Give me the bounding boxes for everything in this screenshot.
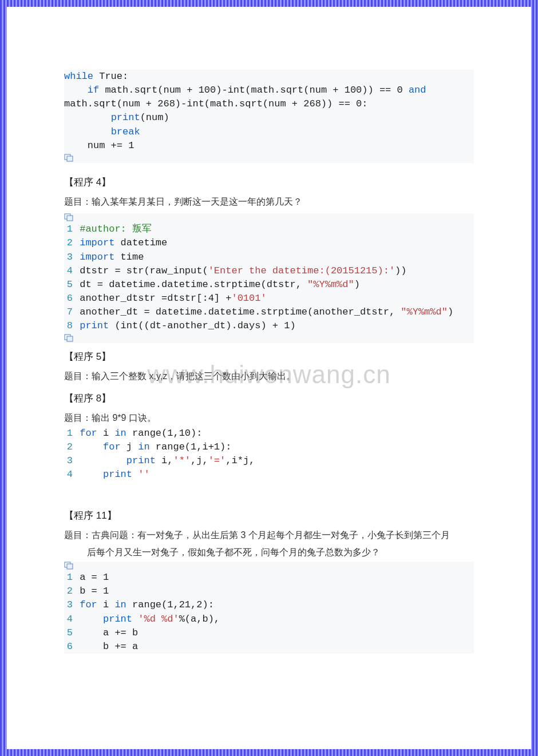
string-literal: 'Enter the datetime:(20151215):' [208,265,395,276]
code-line: 6 another_dtstr =dtstr[:4] +'0101' [64,292,474,305]
keyword: in [138,441,149,452]
code-line: print(num) [64,111,474,125]
problem-description-11a: 题目：古典问题：有一对兔子，从出生后第 3 个月起每个月都生一对兔子，小兔子长到… [64,528,474,543]
code-text: a += b [80,627,138,638]
code-text: )) [395,265,406,276]
code-text: %(a,b), [179,614,220,624]
code-block-1: while True: if math.sqrt(num + 100)-int(… [64,70,474,163]
string-literal: '*' [173,455,191,466]
copy-icon[interactable] [64,154,74,163]
line-number: 1 [64,427,73,440]
code-line: break [64,125,474,139]
code-line: 3 print i,'*',j,'=',i*j, [64,454,474,468]
keyword: print [111,112,140,123]
code-text: ) [354,279,360,290]
string-literal: '%d %d' [138,614,179,624]
code-text: datetime [114,237,167,248]
code-line: 1 a = 1 [64,571,474,584]
string-literal: '=' [208,455,226,466]
code-text [80,469,103,480]
keyword: while [64,71,93,82]
line-number: 6 [64,640,73,654]
code-text: another_dt = datetime.datetime.strptime(… [80,307,401,317]
problem-description-8: 题目：输出 9*9 口诀。 [64,411,474,425]
code-text: i, [156,455,173,466]
code-line: 7 another_dt = datetime.datetime.strptim… [64,305,474,319]
line-number: 7 [64,305,73,319]
keyword: in [114,599,126,610]
code-text: time [114,252,144,262]
keyword: for [80,599,97,610]
code-line: 2 b = 1 [64,584,474,598]
line-number: 2 [64,584,73,598]
line-number: 3 [64,454,73,468]
keyword: for [80,428,97,439]
code-text: range(1,i+1): [150,441,232,452]
copy-icon[interactable] [64,562,74,571]
keyword: and [409,85,426,96]
code-text [132,469,138,480]
code-text [132,614,138,624]
keyword: break [111,126,140,137]
code-line: 6 b += a [64,640,474,654]
code-line: 2 import datetime [64,236,474,250]
keyword: import [80,252,114,262]
string-literal: '' [138,469,149,480]
keyword: if [88,85,99,96]
string-literal: "%Y%m%d" [307,279,354,290]
code-text: range(1,21,2): [126,599,214,610]
code-text: (num) [140,112,169,123]
section-heading-8: 【程序 8】 [64,392,474,405]
svg-rect-7 [67,564,73,569]
keyword: print [80,320,109,331]
code-text: math.sqrt(num + 100)-int(math.sqrt(num +… [99,85,409,96]
code-line: 1 #author: 叛军 [64,222,474,236]
code-text: a = 1 [80,572,109,583]
code-line: if math.sqrt(num + 100)-int(math.sqrt(nu… [64,83,474,97]
code-text [80,441,103,452]
code-text: another_dtstr =dtstr[:4] + [80,293,231,304]
line-number: 4 [64,612,73,626]
keyword: print [103,614,132,624]
code-text: ) [448,307,453,317]
code-text [64,85,88,96]
code-text: i [97,599,115,610]
copy-icon[interactable] [64,213,74,222]
code-line: 1 for i in range(1,10): [64,427,474,440]
code-line: 5 a += b [64,626,474,640]
code-line: 3 for i in range(1,21,2): [64,598,474,612]
line-number: 4 [64,264,73,278]
line-number: 1 [64,571,73,584]
copy-icon[interactable] [64,334,74,343]
code-line: 4 print '' [64,468,474,482]
code-line: num += 1 [64,139,474,153]
code-line: 3 import time [64,250,474,264]
line-number: 6 [64,292,73,305]
code-text: b = 1 [80,586,109,596]
string-literal: '0101' [231,293,266,304]
svg-rect-3 [67,216,73,221]
code-line: while True: [64,70,474,83]
code-text: dtstr = str(raw_input( [80,265,208,276]
line-number: 4 [64,468,73,482]
keyword: print [103,469,132,480]
section-heading-5: 【程序 5】 [64,350,474,363]
code-line: 8 print (int((dt-another_dt).days) + 1) [64,319,474,333]
svg-rect-1 [67,156,73,161]
keyword: for [103,441,121,452]
code-text [64,126,111,137]
problem-description-4: 题目：输入某年某月某日，判断这一天是这一年的第几天？ [64,194,474,209]
code-text: (int((dt-another_dt).days) + 1) [109,320,295,331]
problem-description-5: 题目：输入三个整数 x,y,z，请把这三个数由小到大输出。 [64,369,474,384]
document-page: www.huiwenwang.cn while True: if math.sq… [7,7,531,749]
code-line: 5 dt = datetime.datetime.strptime(dtstr,… [64,278,474,292]
keyword: import [80,237,114,248]
string-literal: "%Y%m%d" [401,307,448,317]
keyword: print [126,455,156,466]
line-number: 3 [64,598,73,612]
code-text: ,i*j, [226,455,255,466]
code-text: range(1,10): [126,428,203,439]
code-text: j [121,441,139,452]
line-number: 2 [64,440,73,454]
code-text [64,112,111,123]
